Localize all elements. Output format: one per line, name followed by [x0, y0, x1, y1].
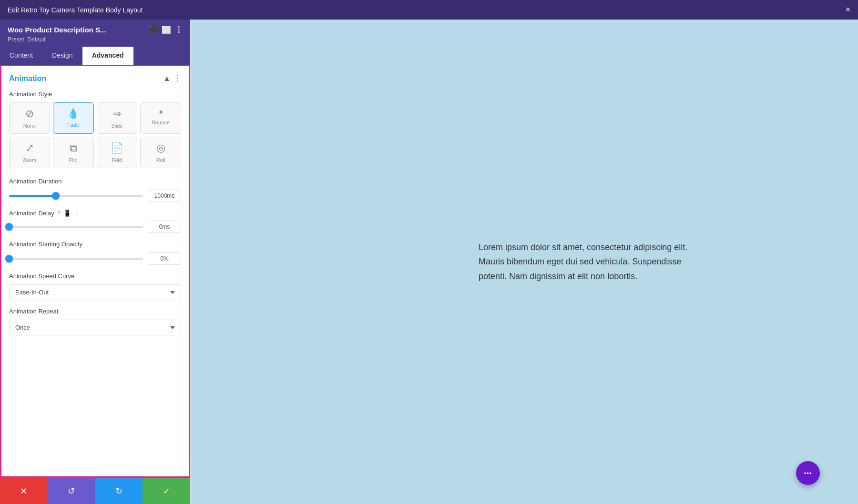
duration-slider-row: 1000ms	[9, 190, 181, 202]
sidebar-content: Animation ▲ ⋮ Animation Style ⊘ None 💧	[0, 65, 190, 478]
delay-slider-row: 0ms	[9, 221, 181, 233]
delay-thumb[interactable]	[5, 223, 13, 231]
slide-label: Slide	[111, 123, 123, 129]
tabs-bar: Content Design Advanced	[0, 47, 190, 65]
anim-btn-zoom[interactable]: ⤢ Zoom	[9, 137, 50, 168]
delay-more-icon[interactable]: ⋮	[74, 210, 80, 217]
anim-btn-flip[interactable]: ⧉ Flip	[53, 137, 94, 168]
opacity-slider-row: 0%	[9, 252, 181, 265]
fab-icon: •••	[804, 470, 812, 477]
animation-style-label: Animation Style	[9, 91, 181, 98]
sidebar-title-icons: ⬛ ⬜ ⋮	[148, 25, 183, 34]
none-label: None	[23, 123, 36, 129]
anim-btn-fade[interactable]: 💧 Fade	[53, 102, 94, 134]
more-icon[interactable]: ⋮	[175, 25, 183, 34]
opacity-label: Animation Starting Opacity	[9, 241, 181, 248]
fade-label: Fade	[67, 122, 79, 128]
preview-body-text: Lorem ipsum dolor sit amet, consectetur …	[479, 240, 707, 284]
main-layout: Woo Product Description S... ⬛ ⬜ ⋮ Prese…	[0, 20, 858, 504]
delay-track	[9, 226, 143, 228]
duration-fill	[9, 195, 56, 197]
save-button[interactable]: ✓	[143, 478, 190, 504]
viewport-icon[interactable]: ⬛	[148, 25, 158, 34]
window-title: Edit Retro Toy Camera Template Body Layo…	[8, 6, 143, 14]
sidebar-header: Woo Product Description S... ⬛ ⬜ ⋮ Prese…	[0, 20, 190, 47]
delay-label-row: Animation Delay ? 📱 ⋮	[9, 210, 181, 217]
bounce-label: Bounce	[152, 120, 169, 125]
zoom-icon: ⤢	[25, 142, 34, 154]
delay-label: Animation Delay	[9, 210, 54, 217]
section-header-controls: ▲ ⋮	[163, 74, 181, 83]
fade-icon: 💧	[67, 108, 79, 119]
roll-label: Roll	[156, 157, 165, 163]
delay-help-icon[interactable]: ?	[57, 210, 61, 217]
preset-selector[interactable]: Preset: Default	[8, 36, 183, 43]
close-button[interactable]: ×	[845, 5, 850, 15]
fab-button[interactable]: •••	[796, 461, 820, 485]
fold-icon: 📄	[111, 142, 123, 154]
tab-advanced[interactable]: Advanced	[82, 47, 133, 65]
tab-content[interactable]: Content	[0, 47, 42, 65]
repeat-select[interactable]: Once Loop Infinite	[9, 320, 181, 335]
tab-design[interactable]: Design	[42, 47, 82, 65]
animation-style-grid: ⊘ None 💧 Fade ⇒ Slide ✦ Bounce	[9, 102, 181, 168]
duration-label: Animation Duration	[9, 178, 181, 185]
cancel-button[interactable]: ✕	[0, 478, 48, 504]
opacity-track	[9, 258, 143, 260]
anim-btn-fold[interactable]: 📄 Fold	[97, 137, 138, 168]
layout-icon[interactable]: ⬜	[162, 25, 171, 34]
flip-label: Flip	[69, 157, 78, 163]
opacity-thumb[interactable]	[5, 255, 13, 262]
duration-thumb[interactable]	[52, 192, 60, 200]
roll-icon: ◎	[156, 142, 165, 154]
sidebar: Woo Product Description S... ⬛ ⬜ ⋮ Prese…	[0, 20, 191, 504]
speed-curve-select[interactable]: Ease-In-Out Linear Ease-In Ease-Out	[9, 284, 181, 300]
sidebar-title-text: Woo Product Description S...	[8, 26, 106, 34]
preview-area: Lorem ipsum dolor sit amet, consectetur …	[191, 20, 858, 504]
slide-icon: ⇒	[112, 108, 121, 120]
animation-section: Animation ▲ ⋮ Animation Style ⊘ None 💧	[1, 66, 189, 351]
speed-curve-label: Animation Speed Curve	[9, 272, 181, 280]
sidebar-title-row: Woo Product Description S... ⬛ ⬜ ⋮	[8, 25, 183, 34]
title-bar: Edit Retro Toy Camera Template Body Layo…	[0, 0, 858, 20]
delay-device-icon[interactable]: 📱	[63, 210, 71, 217]
duration-value[interactable]: 1000ms	[148, 190, 181, 202]
animation-title: Animation	[9, 74, 46, 83]
zoom-label: Zoom	[23, 157, 36, 163]
fold-label: Fold	[112, 157, 122, 163]
anim-btn-bounce[interactable]: ✦ Bounce	[140, 102, 181, 134]
bounce-icon: ✦	[158, 108, 164, 117]
animation-section-header: Animation ▲ ⋮	[9, 74, 181, 83]
undo-button[interactable]: ↺	[48, 478, 95, 504]
redo-button[interactable]: ↻	[95, 478, 143, 504]
opacity-value[interactable]: 0%	[148, 252, 181, 265]
duration-track	[9, 195, 143, 197]
anim-btn-none[interactable]: ⊘ None	[9, 102, 50, 134]
anim-btn-slide[interactable]: ⇒ Slide	[97, 102, 138, 134]
flip-icon: ⧉	[70, 142, 77, 154]
none-icon: ⊘	[25, 108, 34, 120]
collapse-icon[interactable]: ▲	[163, 74, 171, 83]
bottom-bar: ✕ ↺ ↻ ✓	[0, 478, 190, 504]
repeat-label: Animation Repeat	[9, 308, 181, 315]
section-more-icon[interactable]: ⋮	[174, 74, 181, 83]
anim-btn-roll[interactable]: ◎ Roll	[140, 137, 181, 168]
delay-value[interactable]: 0ms	[148, 221, 181, 233]
